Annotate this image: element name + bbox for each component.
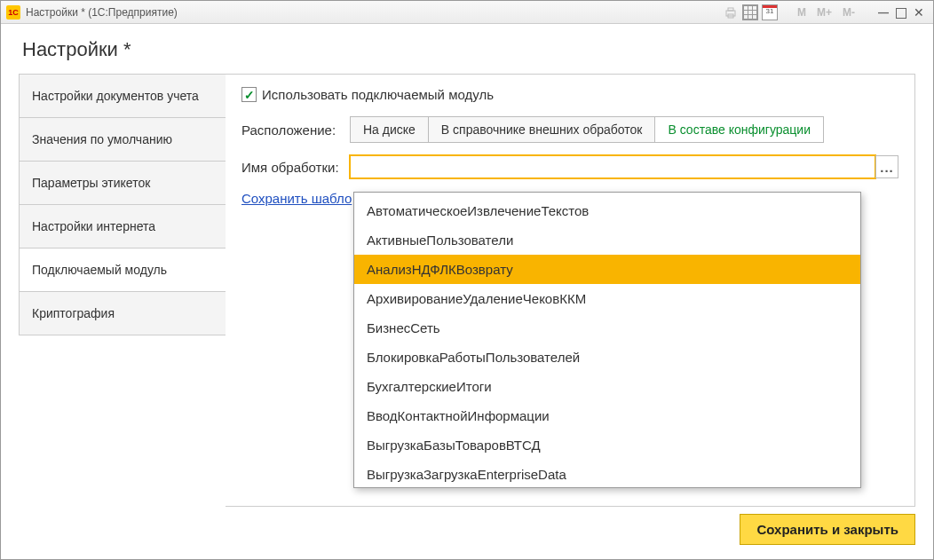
app-window: 1C Настройки * (1С:Предприятие) 31 M M+ …	[0, 0, 934, 560]
location-row: Расположение: На диске В справочнике вне…	[241, 116, 898, 143]
window-title: Настройки * (1С:Предприятие)	[26, 6, 723, 19]
use-module-label: Использовать подключаемый модуль	[262, 87, 494, 102]
dropdown-item[interactable]: БухгалтерскиеИтоги	[354, 372, 860, 401]
dropdown-item[interactable]: АрхивированиеУдалениеЧековККМ	[354, 284, 860, 313]
processing-name-input[interactable]	[350, 155, 875, 178]
maximize-icon[interactable]	[896, 8, 906, 19]
use-module-row: Использовать подключаемый модуль	[241, 87, 898, 102]
memory-m-icon[interactable]: M	[794, 4, 810, 21]
sidebar-item-documents[interactable]: Настройки документов учета	[19, 74, 226, 117]
sidebar-item-cryptography[interactable]: Криптография	[19, 291, 226, 335]
memory-mplus-icon[interactable]: M+	[813, 4, 835, 21]
content-area: Настройки * Настройки документов учета З…	[1, 24, 933, 559]
save-and-close-button[interactable]: Сохранить и закрыть	[740, 514, 915, 545]
minimize-icon[interactable]	[875, 4, 892, 21]
processing-name-dropdown: АвтоматическоеИзвлечениеТекстов Активные…	[353, 192, 861, 488]
sidebar-item-defaults[interactable]: Значения по умолчанию	[19, 117, 226, 161]
sidebar-item-internet[interactable]: Настройки интернета	[19, 204, 226, 248]
titlebar: 1C Настройки * (1С:Предприятие) 31 M M+ …	[1, 1, 933, 24]
dropdown-item[interactable]: АктивныеПользователи	[354, 225, 860, 255]
processing-name-more-button[interactable]: ...	[875, 155, 898, 178]
dropdown-item[interactable]: АвтоматическоеИзвлечениеТекстов	[354, 196, 860, 225]
dropdown-list[interactable]: АвтоматическоеИзвлечениеТекстов Активные…	[354, 193, 860, 487]
save-template-link[interactable]: Сохранить шабло	[241, 191, 352, 206]
memory-mminus-icon[interactable]: M-	[839, 4, 859, 21]
close-icon[interactable]	[910, 4, 928, 21]
app-icon: 1C	[6, 5, 20, 20]
location-tab-disk[interactable]: На диске	[350, 116, 429, 143]
location-tab-config[interactable]: В составе конфигурации	[654, 116, 824, 143]
use-module-checkbox[interactable]	[241, 87, 257, 102]
location-tab-catalog[interactable]: В справочнике внешних обработок	[428, 116, 656, 143]
footer: Сохранить и закрыть	[19, 507, 915, 545]
processing-name-label: Имя обработки:	[241, 160, 343, 175]
dropdown-item-highlighted[interactable]: АнализНДФЛКВозврату	[354, 255, 860, 284]
processing-name-input-wrap: ...	[350, 155, 898, 178]
page-title: Настройки *	[22, 38, 912, 61]
dropdown-item[interactable]: БизнесСеть	[354, 313, 860, 343]
location-label: Расположение:	[241, 122, 343, 138]
sidebar-item-plugin-module[interactable]: Подключаемый модуль	[19, 248, 226, 291]
dropdown-item[interactable]: ВыгрузкаБазыТоваровВТСД	[354, 430, 860, 460]
location-tabs: На диске В справочнике внешних обработок…	[350, 116, 824, 143]
processing-name-row: Имя обработки: ...	[241, 155, 898, 178]
calendar-icon[interactable]: 31	[762, 4, 778, 20]
sidebar: Настройки документов учета Значения по у…	[19, 74, 226, 507]
dropdown-item[interactable]: ВыгрузкаЗагрузкаEnterpriseData	[354, 460, 860, 487]
sidebar-item-labels[interactable]: Параметры этикеток	[19, 161, 226, 204]
print-icon[interactable]	[723, 4, 739, 20]
svg-rect-1	[728, 8, 733, 11]
titlebar-tools: 31 M M+ M-	[723, 4, 928, 21]
grid-icon[interactable]	[742, 4, 758, 20]
dropdown-item[interactable]: БлокировкаРаботыПользователей	[354, 343, 860, 372]
dropdown-item[interactable]: ВводКонтактнойИнформации	[354, 401, 860, 430]
